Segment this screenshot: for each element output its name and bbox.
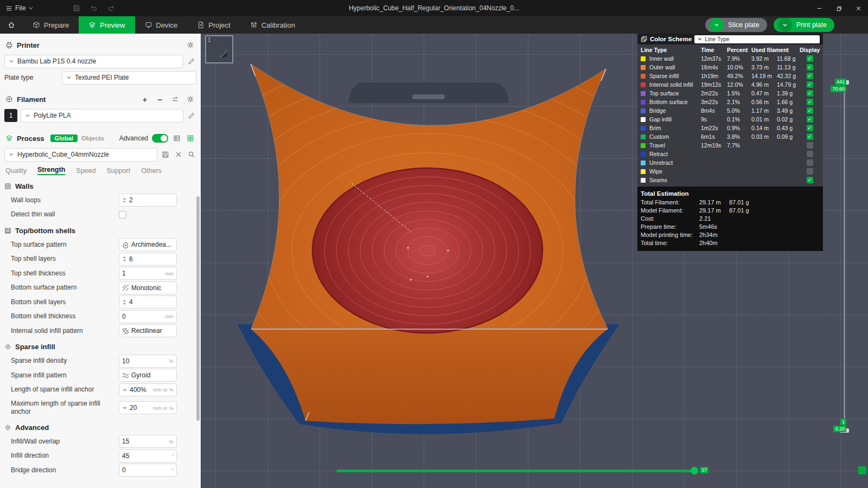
print-options-chevron[interactable] — [778, 18, 792, 32]
display-checkbox[interactable] — [807, 81, 813, 88]
display-checkbox[interactable] — [807, 73, 813, 79]
filament-swap-icon[interactable] — [170, 94, 180, 104]
display-checkbox[interactable] — [807, 55, 813, 62]
chevron-down-icon — [66, 75, 72, 80]
filament-slot-badge[interactable]: 1 — [4, 109, 17, 122]
tab-preview[interactable]: Preview — [79, 16, 135, 34]
monotonic-pattern-icon — [122, 284, 129, 291]
top-shell-layers-stepper[interactable]: 6 — [119, 253, 177, 266]
sidebar-scrollbar[interactable] — [196, 196, 200, 421]
filament-preset-select[interactable]: PolyLite PLA — [21, 109, 183, 123]
detect-thin-wall-checkbox[interactable] — [119, 211, 126, 219]
maximize-button[interactable] — [829, 0, 848, 16]
plate-thumbnail[interactable]: 1 — [205, 35, 233, 63]
internal-solid-infill-pattern-select[interactable]: Rectilinear — [119, 324, 177, 337]
legend-panel: Color Scheme Line Type Line Type Time Pe… — [637, 34, 823, 251]
move-slider-handle[interactable] — [691, 467, 698, 474]
tab-calibration[interactable]: Calibration — [240, 16, 305, 34]
display-checkbox[interactable] — [807, 177, 813, 183]
advanced-toggle[interactable] — [152, 134, 168, 143]
display-checkbox[interactable] — [807, 142, 813, 149]
filament-settings-gear-icon[interactable] — [186, 94, 195, 104]
display-checkbox[interactable] — [807, 107, 813, 114]
line-type-time: 6m1s — [701, 133, 727, 140]
move-slider-track[interactable] — [336, 470, 694, 472]
bottom-shell-layers-stepper[interactable]: 4 — [119, 296, 177, 309]
undo-button[interactable] — [89, 3, 99, 13]
spinner-arrows-icon[interactable] — [122, 299, 127, 305]
display-checkbox[interactable] — [807, 159, 813, 166]
printer-settings-gear-icon[interactable] — [186, 40, 195, 50]
top-surface-pattern-select[interactable]: Archimedea... — [119, 238, 177, 251]
tab-strength[interactable]: Strength — [37, 166, 65, 175]
remove-filament-button[interactable]: − — [155, 94, 165, 104]
file-menu[interactable]: File — [0, 0, 39, 16]
tab-device[interactable]: Device — [135, 16, 188, 34]
process-scope-global[interactable]: Global — [50, 134, 78, 142]
line-type-color-swatch — [641, 91, 646, 96]
slider-corner-button[interactable] — [858, 466, 866, 474]
top-shell-thickness-input[interactable]: 1 mm — [119, 267, 177, 280]
search-icon[interactable] — [187, 150, 196, 159]
display-checkbox[interactable] — [807, 90, 813, 97]
tab-others[interactable]: Others — [141, 167, 162, 175]
display-checkbox[interactable] — [807, 99, 813, 105]
infill-wall-overlap-input[interactable]: 15 % — [119, 435, 177, 448]
tab-support[interactable]: Support — [106, 167, 130, 175]
printer-preset-select[interactable]: Bambu Lab P1S 0.4 nozzle — [4, 55, 183, 68]
sparse-anchor-length-select[interactable]: 400% mm or % — [119, 383, 177, 396]
legend-row: Top surface 2m22s 1.5% 0.47 m 1.39 g — [637, 89, 823, 98]
edit-printer-icon[interactable] — [187, 56, 196, 66]
line-type-color-swatch — [641, 100, 646, 105]
wall-loops-stepper[interactable]: 2 — [119, 194, 177, 207]
layer-slider-track[interactable] — [844, 81, 845, 433]
file-menu-label: File — [15, 4, 25, 12]
display-checkbox[interactable] — [807, 151, 813, 157]
tab-home[interactable] — [0, 16, 23, 34]
line-type-name: Inner wall — [649, 55, 701, 62]
infill-direction-input[interactable]: 45 ° — [119, 450, 177, 463]
line-type-percent: 1.5% — [727, 90, 751, 97]
bottom-surface-pattern-select[interactable]: Monotonic — [119, 281, 177, 294]
save-button[interactable] — [72, 3, 81, 13]
edit-filament-icon[interactable] — [187, 111, 196, 120]
tab-prepare[interactable]: Prepare — [23, 16, 79, 34]
tab-project[interactable]: Project — [187, 16, 240, 34]
line-type-used-m: 0.03 m — [751, 133, 777, 140]
objects-grid-icon[interactable] — [186, 133, 195, 143]
sparse-anchor-max-select[interactable]: 20 mm or % — [119, 401, 177, 414]
sparse-infill-density-input[interactable]: 10 % — [119, 355, 177, 368]
display-checkbox[interactable] — [807, 125, 813, 131]
display-checkbox[interactable] — [807, 168, 813, 175]
redo-button[interactable] — [106, 3, 116, 13]
minimize-button[interactable] — [809, 0, 829, 16]
spinner-arrows-icon[interactable] — [122, 197, 127, 203]
add-filament-button[interactable]: + — [140, 94, 150, 104]
display-checkbox[interactable] — [807, 116, 813, 123]
bridge-direction-input[interactable]: 0 ° — [119, 464, 177, 477]
plate-type-select[interactable]: Textured PEI Plate — [62, 71, 196, 85]
bottom-layer-number: 1 — [840, 419, 846, 425]
slice-plate-button[interactable]: Slice plate — [705, 18, 767, 32]
print-plate-button[interactable]: Print plate — [774, 18, 834, 32]
save-preset-icon[interactable] — [161, 150, 170, 159]
tab-quality[interactable]: Quality — [5, 167, 27, 175]
process-preset-select[interactable]: Hyperbolic_Cube_04mmNozzle — [4, 148, 157, 162]
spinner-arrows-icon[interactable] — [122, 256, 127, 262]
process-section-header: Process Global Objects Advanced — [0, 130, 201, 146]
line-type-color-swatch — [641, 82, 646, 87]
display-checkbox[interactable] — [807, 133, 813, 140]
device-icon — [145, 21, 152, 29]
process-scope-objects[interactable]: Objects — [81, 135, 104, 142]
color-scheme-select[interactable]: Line Type — [694, 35, 820, 43]
bottom-shell-thickness-input[interactable]: 0 mm — [119, 310, 177, 323]
tab-speed[interactable]: Speed — [76, 167, 95, 175]
slice-options-chevron[interactable] — [710, 18, 724, 32]
display-checkbox[interactable] — [807, 64, 813, 70]
delete-preset-icon[interactable] — [174, 150, 183, 159]
close-button[interactable] — [848, 0, 868, 16]
parameter-table-icon[interactable] — [172, 133, 182, 143]
filament-section-header: Filament + − — [0, 91, 201, 107]
line-type-color-swatch — [641, 152, 646, 157]
sparse-infill-pattern-select[interactable]: Gyroid — [119, 369, 177, 382]
